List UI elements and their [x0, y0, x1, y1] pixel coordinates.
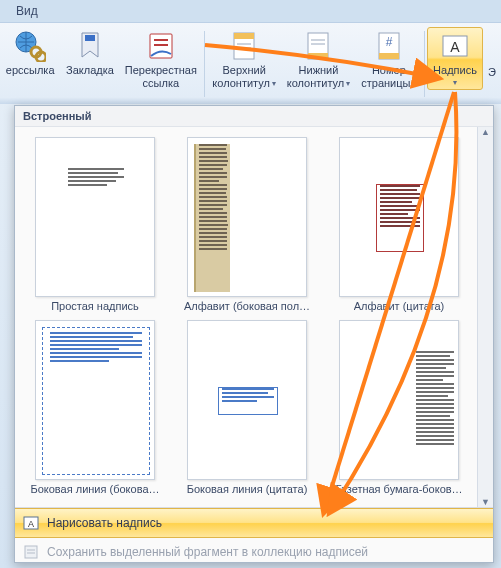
- crossref-label1: Перекрестная: [125, 64, 197, 77]
- hyperlink-button[interactable]: ерссылка: [0, 27, 60, 80]
- svg-text:A: A: [28, 519, 34, 529]
- gallery-item[interactable]: Алфавит (цитата): [323, 131, 475, 314]
- gallery-caption: Алфавит (боковая пол…: [184, 300, 310, 312]
- gallery-caption: Боковая линия (бокова…: [30, 483, 159, 495]
- footer-button[interactable]: Нижний колонтитул ▾: [281, 27, 355, 92]
- bookmark-label: Закладка: [66, 64, 114, 77]
- ribbon: ерссылка Закладка Перекрестная ссылка Ве…: [0, 22, 501, 104]
- save-selection-label: Сохранить выделенный фрагмент в коллекци…: [47, 545, 368, 559]
- thumbnail-alpha-quote: [339, 137, 459, 297]
- svg-rect-3: [85, 35, 95, 41]
- crossref-button[interactable]: Перекрестная ссылка: [120, 27, 202, 92]
- bookmark-icon: [74, 30, 106, 62]
- textbox-icon: A: [439, 30, 471, 62]
- chevron-down-icon: ▾: [453, 78, 457, 87]
- gallery-caption: Газетная бумага-боков…: [335, 483, 462, 495]
- svg-point-2: [36, 52, 46, 62]
- textbox-gallery-dropdown: Встроенный Простая надпись Алфавит (боко…: [14, 105, 494, 563]
- extra-button[interactable]: Э: [483, 27, 501, 82]
- chevron-down-icon: ▾: [272, 79, 276, 88]
- gallery-item[interactable]: Алфавит (боковая пол…: [171, 131, 323, 314]
- gallery-caption: Алфавит (цитата): [354, 300, 445, 312]
- draw-textbox-menuitem[interactable]: A Нарисовать надпись: [15, 508, 493, 538]
- ribbon-tabstrip: Вид: [0, 0, 501, 22]
- gallery-item[interactable]: Газетная бумага-боков…: [323, 314, 475, 497]
- pagenum-label2: страницы: [361, 77, 410, 90]
- svg-text:#: #: [386, 35, 393, 49]
- scroll-up-icon[interactable]: ▲: [481, 127, 490, 137]
- gallery-grid-wrap: Простая надпись Алфавит (боковая пол… Ал…: [15, 127, 493, 507]
- thumbnail-side-line-quote: [187, 320, 307, 480]
- textbox-label: Надпись: [433, 64, 477, 77]
- globe-link-icon: [14, 30, 46, 62]
- thumbnail-alpha-side: [187, 137, 307, 297]
- footer-label1: Нижний: [299, 64, 339, 77]
- chevron-down-icon: ▾: [412, 79, 416, 88]
- header-button[interactable]: Верхний колонтитул ▾: [207, 27, 281, 92]
- bookmark-button[interactable]: Закладка: [60, 27, 119, 80]
- gallery-grid: Простая надпись Алфавит (боковая пол… Ал…: [15, 127, 493, 501]
- ribbon-separator: [204, 31, 205, 97]
- gallery-item[interactable]: Боковая линия (бокова…: [19, 314, 171, 497]
- svg-rect-12: [308, 53, 328, 59]
- header-label2: колонтитул: [212, 77, 270, 90]
- thumbnail-simple: [35, 137, 155, 297]
- extra-label: Э: [488, 66, 496, 79]
- thumbnail-side-line: [35, 320, 155, 480]
- gallery-item[interactable]: Боковая линия (цитата): [171, 314, 323, 497]
- scroll-down-icon[interactable]: ▼: [481, 497, 490, 507]
- gallery-caption: Боковая линия (цитата): [187, 483, 308, 495]
- header-icon: [228, 30, 260, 62]
- footer-label2: колонтитул: [287, 77, 345, 90]
- save-fragment-icon: [23, 544, 39, 560]
- page-number-icon: #: [373, 30, 405, 62]
- draw-textbox-icon: A: [23, 515, 39, 531]
- chevron-down-icon: ▾: [346, 79, 350, 88]
- pagenum-button[interactable]: # Номер страницы ▾: [356, 27, 422, 92]
- gallery-bottom-menu: A Нарисовать надпись Сохранить выделенны…: [15, 507, 493, 566]
- hyperlink-label: ерссылка: [6, 64, 55, 77]
- gallery-scrollbar[interactable]: ▲ ▼: [477, 127, 493, 507]
- header-label1: Верхний: [222, 64, 265, 77]
- gallery-heading: Встроенный: [15, 106, 493, 127]
- crossref-label2: ссылка: [143, 77, 180, 90]
- svg-rect-17: [379, 53, 399, 59]
- svg-rect-8: [234, 33, 254, 39]
- gallery-caption: Простая надпись: [51, 300, 139, 312]
- gallery-item[interactable]: Простая надпись: [19, 131, 171, 314]
- thumbnail-newspaper-side: [339, 320, 459, 480]
- crossref-icon: [145, 30, 177, 62]
- footer-icon: [302, 30, 334, 62]
- save-selection-menuitem: Сохранить выделенный фрагмент в коллекци…: [15, 538, 493, 566]
- svg-rect-22: [25, 546, 37, 558]
- tab-view[interactable]: Вид: [6, 2, 48, 20]
- draw-textbox-label: Нарисовать надпись: [47, 516, 162, 530]
- textbox-button[interactable]: A Надпись ▾: [427, 27, 483, 90]
- svg-text:A: A: [450, 39, 460, 55]
- pagenum-label1: Номер: [372, 64, 406, 77]
- ribbon-separator: [424, 31, 425, 97]
